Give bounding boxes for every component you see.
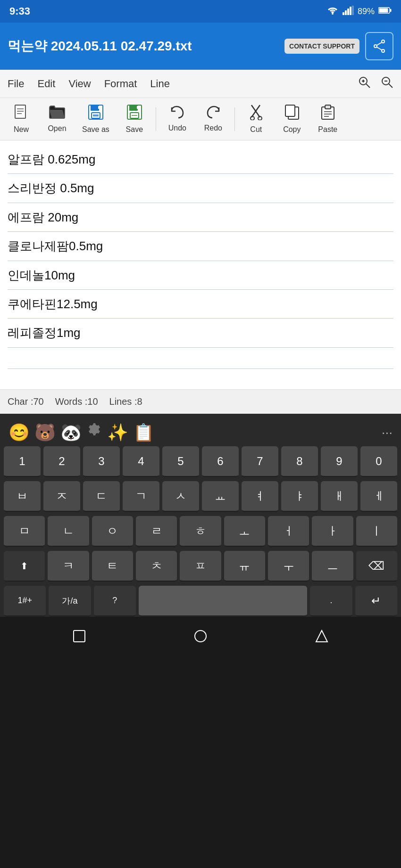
svg-rect-29 — [98, 106, 100, 109]
zoom-in-icon[interactable] — [358, 75, 371, 92]
key-bieup[interactable]: ㅂ — [4, 481, 41, 512]
paste-label: Paste — [318, 125, 337, 134]
svg-rect-34 — [137, 106, 139, 109]
nav-back-icon[interactable] — [314, 629, 329, 647]
undo-button[interactable]: Undo — [161, 103, 194, 135]
key-ieung[interactable]: ㅇ — [92, 516, 133, 547]
key-3[interactable]: 3 — [83, 446, 120, 477]
more-icon[interactable]: ··· — [382, 425, 393, 440]
enter-key[interactable]: ↵ — [355, 586, 397, 617]
line-label: Lines : — [109, 396, 137, 407]
clipboard-icon[interactable]: 📋 — [133, 423, 154, 442]
svg-rect-43 — [325, 105, 331, 109]
key-2[interactable]: 2 — [43, 446, 80, 477]
line-value: 8 — [137, 396, 142, 407]
key-u[interactable]: ㅜ — [268, 551, 309, 582]
symbol-key[interactable]: 1#+ — [4, 586, 46, 617]
space-key[interactable] — [139, 586, 307, 617]
key-9[interactable]: 9 — [321, 446, 358, 477]
file-title: 먹는약 2024.05.11 02.47.29.txt — [8, 37, 279, 55]
key-chieut[interactable]: ㅊ — [136, 551, 177, 582]
status-bar: 9:33 89% — [0, 0, 401, 23]
key-kieuk[interactable]: ㅋ — [48, 551, 89, 582]
svg-rect-5 — [352, 6, 354, 15]
share-button[interactable] — [365, 32, 393, 60]
svg-marker-49 — [316, 631, 327, 642]
number-row: 1 2 3 4 5 6 7 8 9 0 — [4, 446, 397, 477]
svg-line-13 — [377, 47, 382, 50]
redo-button[interactable]: Redo — [197, 103, 230, 135]
menu-view[interactable]: View — [68, 78, 91, 90]
assistant1-icon[interactable]: 🐻 — [34, 423, 56, 442]
key-1[interactable]: 1 — [4, 446, 41, 477]
shift-key[interactable]: ⬆ — [4, 551, 45, 582]
key-mieum[interactable]: ㅁ — [4, 516, 45, 547]
paste-icon — [321, 104, 335, 123]
contact-support-button[interactable]: CONTACT SUPPORT — [284, 39, 359, 54]
question-key[interactable]: ? — [94, 586, 136, 617]
key-o[interactable]: ㅗ — [224, 516, 265, 547]
menu-format[interactable]: Format — [104, 78, 137, 90]
key-4[interactable]: 4 — [123, 446, 159, 477]
svg-point-9 — [382, 40, 384, 43]
toolbar-divider-1 — [156, 107, 156, 131]
key-yu[interactable]: ㅠ — [224, 551, 265, 582]
key-7[interactable]: 7 — [242, 446, 278, 477]
period-key[interactable]: . — [310, 586, 352, 617]
keyboard-toolbar: 😊 🐻 🐼 ✨ 📋 ··· — [4, 418, 397, 446]
key-5[interactable]: 5 — [162, 446, 199, 477]
char-label: Char : — [8, 396, 33, 407]
key-nieun[interactable]: ㄴ — [48, 516, 89, 547]
title-bar: 먹는약 2024.05.11 02.47.29.txt CONTACT SUPP… — [0, 23, 401, 70]
emoji-icon[interactable]: 😊 — [8, 423, 30, 442]
key-0[interactable]: 0 — [360, 446, 397, 477]
cut-label: Cut — [250, 125, 262, 134]
menu-edit[interactable]: Edit — [37, 78, 55, 90]
key-rieul[interactable]: ㄹ — [136, 516, 177, 547]
menu-file[interactable]: File — [8, 78, 24, 90]
key-ya[interactable]: ㅑ — [281, 481, 318, 512]
key-yeo[interactable]: ㅕ — [242, 481, 278, 512]
backspace-key[interactable]: ⌫ — [356, 551, 397, 582]
key-giyeok[interactable]: ㄱ — [123, 481, 159, 512]
key-siot[interactable]: ㅅ — [162, 481, 199, 512]
key-tieut[interactable]: ㅌ — [92, 551, 133, 582]
key-digeut[interactable]: ㄷ — [83, 481, 120, 512]
nav-home-icon[interactable] — [193, 629, 208, 647]
svg-point-10 — [374, 45, 377, 48]
korean-row-1: ㅂ ㅈ ㄷ ㄱ ㅅ ㅛ ㅕ ㅑ ㅐ ㅔ — [4, 481, 397, 512]
key-a[interactable]: ㅏ — [312, 516, 353, 547]
copy-button[interactable]: Copy — [276, 101, 309, 137]
key-eu[interactable]: ㅡ — [312, 551, 353, 582]
key-yo[interactable]: ㅛ — [202, 481, 239, 512]
open-button[interactable]: Open — [41, 102, 74, 136]
zoom-out-icon[interactable] — [380, 75, 393, 92]
new-button[interactable]: New — [5, 101, 38, 137]
key-pieup[interactable]: ㅍ — [180, 551, 221, 582]
settings-icon[interactable] — [86, 422, 102, 442]
save-as-button[interactable]: Save as — [76, 101, 115, 137]
cut-button[interactable]: Cut — [240, 101, 273, 137]
editor-area[interactable]: 알프람 0.625mg 스리반정 0.5mg 에프람 20mg 클로나제팜0.5… — [0, 140, 401, 389]
key-6[interactable]: 6 — [202, 446, 239, 477]
key-hieut[interactable]: ㅎ — [180, 516, 221, 547]
key-jieut[interactable]: ㅈ — [43, 481, 80, 512]
svg-point-11 — [382, 49, 384, 52]
key-ae[interactable]: ㅐ — [321, 481, 358, 512]
assistant2-icon[interactable]: 🐼 — [60, 423, 82, 442]
key-8[interactable]: 8 — [281, 446, 318, 477]
paste-button[interactable]: Paste — [311, 101, 344, 137]
save-icon — [126, 104, 142, 123]
lang-switch-key[interactable]: 가/a — [49, 586, 91, 617]
key-eo[interactable]: ㅓ — [268, 516, 309, 547]
open-icon — [49, 105, 66, 123]
key-i[interactable]: ㅣ — [356, 516, 397, 547]
magic-icon[interactable]: ✨ — [107, 423, 128, 442]
save-as-icon — [88, 104, 104, 123]
nav-recents-icon[interactable] — [72, 629, 87, 647]
korean-row-2: ㅁ ㄴ ㅇ ㄹ ㅎ ㅗ ㅓ ㅏ ㅣ — [4, 516, 397, 547]
svg-rect-26 — [91, 105, 99, 111]
save-button[interactable]: Save — [118, 101, 151, 137]
key-e[interactable]: ㅔ — [360, 481, 397, 512]
menu-line[interactable]: Line — [150, 78, 170, 90]
